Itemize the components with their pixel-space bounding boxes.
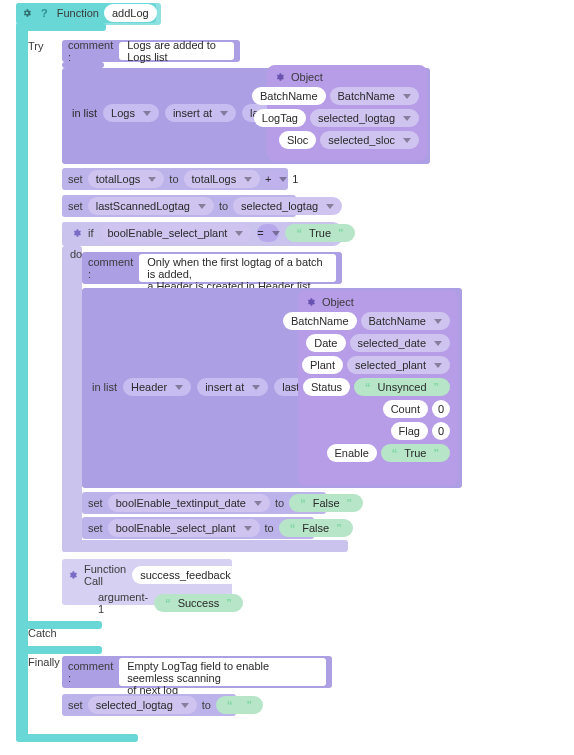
if-val[interactable]: “True” <box>285 224 354 242</box>
chevron-down-icon[interactable] <box>175 385 183 390</box>
list-field[interactable]: Logs <box>103 104 159 122</box>
fcall-name[interactable]: success_feedback <box>132 566 239 584</box>
comment-text[interactable]: Only when the first logtag of a batch is… <box>139 254 336 282</box>
comment-text[interactable]: Empty LogTag field to enable seemless sc… <box>119 658 326 686</box>
chevron-down-icon[interactable] <box>244 526 252 531</box>
object-block-1[interactable]: Object BatchName BatchName LogTag select… <box>267 65 427 161</box>
gear-icon[interactable] <box>275 72 285 82</box>
set-selectedlogtag[interactable]: set selected_logtag to “ ” <box>62 694 236 716</box>
obj-key[interactable]: Flag <box>391 422 428 440</box>
to-label: to <box>202 699 211 711</box>
obj-val[interactable]: 0 <box>432 422 450 440</box>
object1-row-2: Sloc selected_sloc <box>279 131 419 149</box>
gear-icon[interactable] <box>72 228 82 238</box>
obj-key[interactable]: BatchName <box>252 87 325 105</box>
gear-icon[interactable] <box>22 8 32 18</box>
gear-icon[interactable] <box>68 570 78 580</box>
chevron-down-icon[interactable] <box>254 501 262 506</box>
obj-key[interactable]: Sloc <box>279 131 316 149</box>
chevron-down-icon[interactable] <box>279 177 287 182</box>
set-lastScannedLogtag[interactable]: set lastScannedLogtag to selected_logtag <box>62 195 296 217</box>
chevron-down-icon[interactable] <box>434 319 442 324</box>
obj-val[interactable]: 0 <box>432 400 450 418</box>
set-var[interactable]: boolEnable_select_plant <box>108 519 260 537</box>
object-label: Object <box>322 296 354 308</box>
obj-key[interactable]: Count <box>383 400 428 418</box>
obj-key[interactable]: Status <box>303 378 350 396</box>
object-block-2[interactable]: Object BatchName BatchName Date selected… <box>298 290 458 486</box>
action-field[interactable]: insert at <box>165 104 236 122</box>
set-label: set <box>68 173 83 185</box>
if-keyword: if <box>88 227 94 239</box>
chevron-down-icon[interactable] <box>181 703 189 708</box>
obj-val[interactable]: BatchName <box>330 87 419 105</box>
comment-label: comment : <box>88 256 133 280</box>
if-row: if boolEnable_select_plant = “True” <box>66 224 361 242</box>
function-keyword: Function <box>57 7 99 19</box>
obj-key[interactable]: Date <box>306 334 345 352</box>
action-field[interactable]: insert at <box>197 378 268 396</box>
chevron-down-icon[interactable] <box>198 204 206 209</box>
obj-val[interactable]: selected_date <box>350 334 451 352</box>
if-rail <box>62 246 82 552</box>
set-var[interactable]: totalLogs <box>88 170 165 188</box>
function-name-field[interactable]: addLog <box>104 4 157 22</box>
rhs-var[interactable]: totalLogs <box>184 170 261 188</box>
chevron-down-icon[interactable] <box>252 385 260 390</box>
obj-key[interactable]: BatchName <box>283 312 356 330</box>
chevron-down-icon[interactable] <box>403 138 411 143</box>
op-field[interactable]: + <box>265 170 287 188</box>
comment-block-3: comment : Empty LogTag field to enable s… <box>62 656 332 688</box>
comment-text[interactable]: Logs are added to Logs list <box>119 42 234 60</box>
object2-row-5: Flag 0 <box>391 422 450 440</box>
function-header[interactable]: ? Function addLog <box>16 3 156 23</box>
if-op[interactable]: = <box>257 224 279 242</box>
obj-key[interactable]: LogTag <box>254 109 306 127</box>
chevron-down-icon[interactable] <box>148 177 156 182</box>
set-var[interactable]: selected_logtag <box>88 696 197 714</box>
set-booltextinputdate[interactable]: set boolEnable_textinput_date to “False” <box>82 492 326 514</box>
num-field[interactable]: 1 <box>292 170 298 188</box>
set-val[interactable]: “False” <box>279 519 353 537</box>
object-label: Object <box>291 71 323 83</box>
set-label: set <box>68 699 83 711</box>
set-label: set <box>88 522 103 534</box>
set-val[interactable]: “ ” <box>216 696 263 714</box>
obj-key[interactable]: Plant <box>302 356 343 374</box>
fcall-argval[interactable]: “Success” <box>154 594 243 612</box>
function-call-block[interactable]: Function Call success_feedback argument-… <box>62 559 232 605</box>
obj-val[interactable]: “Unsynced” <box>354 378 450 396</box>
chevron-down-icon[interactable] <box>220 111 228 116</box>
obj-val[interactable]: selected_logtag <box>310 109 419 127</box>
obj-val[interactable]: “True” <box>381 444 450 462</box>
set-var[interactable]: lastScannedLogtag <box>88 197 214 215</box>
chevron-down-icon[interactable] <box>434 341 442 346</box>
fcall-label: Function Call <box>84 563 126 587</box>
chevron-down-icon[interactable] <box>143 111 151 116</box>
if-var[interactable]: boolEnable_select_plant <box>100 224 252 242</box>
set-label: set <box>88 497 103 509</box>
to-label: to <box>219 200 228 212</box>
chevron-down-icon[interactable] <box>235 231 243 236</box>
list-field[interactable]: Header <box>123 378 191 396</box>
obj-val[interactable]: selected_sloc <box>320 131 419 149</box>
set-var[interactable]: boolEnable_textinput_date <box>108 494 270 512</box>
set-boolselectplant[interactable]: set boolEnable_select_plant to “False” <box>82 517 314 539</box>
object1-row-0: BatchName BatchName <box>252 87 419 105</box>
chevron-down-icon[interactable] <box>244 177 252 182</box>
gear-icon[interactable] <box>306 297 316 307</box>
chevron-down-icon[interactable] <box>326 204 334 209</box>
obj-val[interactable]: BatchName <box>361 312 450 330</box>
chevron-down-icon[interactable] <box>434 363 442 368</box>
chevron-down-icon[interactable] <box>403 94 411 99</box>
obj-val[interactable]: selected_plant <box>347 356 450 374</box>
chevron-down-icon[interactable] <box>272 231 280 236</box>
rhs-var[interactable]: selected_logtag <box>233 197 342 215</box>
inlist-prefix: in list <box>72 107 97 119</box>
help-icon[interactable]: ? <box>41 7 48 19</box>
set-val[interactable]: “False” <box>289 494 363 512</box>
set-totalLogs[interactable]: set totalLogs to totalLogs + 1 <box>62 168 288 190</box>
to-label: to <box>169 173 178 185</box>
obj-key[interactable]: Enable <box>327 444 377 462</box>
chevron-down-icon[interactable] <box>403 116 411 121</box>
